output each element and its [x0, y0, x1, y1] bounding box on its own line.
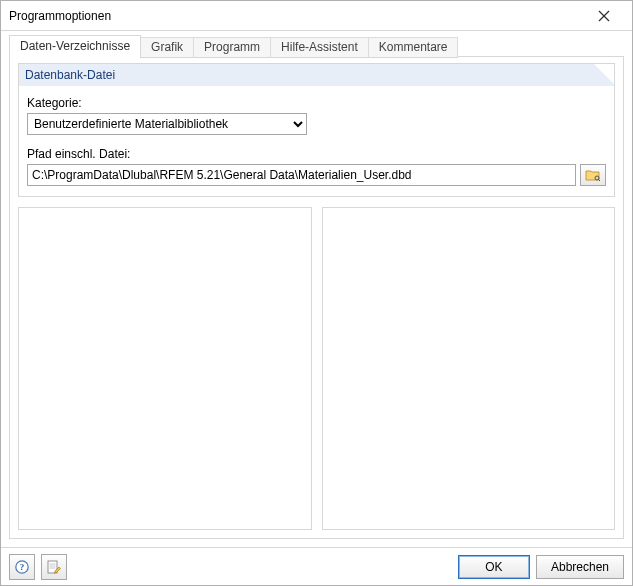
preview-panel-left: [18, 207, 312, 530]
preview-panel-right: [322, 207, 616, 530]
window-title: Programmoptionen: [9, 9, 584, 23]
tab-page-daten-verzeichnisse: Datenbank-Datei Kategorie: Benutzerdefin…: [9, 56, 624, 539]
dialog-footer: ? OK Abbrechen: [1, 547, 632, 585]
tab-strip: Daten-Verzeichnisse Grafik Programm Hilf…: [9, 35, 624, 57]
pfad-label: Pfad einschl. Datei:: [27, 147, 606, 161]
edit-note-icon: [46, 559, 62, 575]
groupbox-header: Datenbank-Datei: [18, 63, 615, 86]
folder-search-icon: [585, 168, 601, 182]
svg-line-3: [599, 180, 601, 182]
tab-grafik[interactable]: Grafik: [140, 37, 194, 58]
dialog-window: Programmoptionen Daten-Verzeichnisse Gra…: [0, 0, 633, 586]
tab-hilfe-assistent[interactable]: Hilfe-Assistent: [270, 37, 369, 58]
close-icon: [598, 10, 610, 22]
tab-kommentare[interactable]: Kommentare: [368, 37, 459, 58]
cancel-button[interactable]: Abbrechen: [536, 555, 624, 579]
kategorie-label: Kategorie:: [27, 96, 606, 110]
edit-button[interactable]: [41, 554, 67, 580]
browse-button[interactable]: [580, 164, 606, 186]
close-button[interactable]: [584, 1, 624, 31]
titlebar: Programmoptionen: [1, 1, 632, 31]
tab-programm[interactable]: Programm: [193, 37, 271, 58]
content-area: Daten-Verzeichnisse Grafik Programm Hilf…: [1, 31, 632, 547]
ok-button[interactable]: OK: [458, 555, 530, 579]
help-icon: ?: [14, 559, 30, 575]
svg-text:?: ?: [20, 562, 25, 572]
groupbox-body: Kategorie: Benutzerdefinierte Materialbi…: [18, 86, 615, 197]
kategorie-combobox[interactable]: Benutzerdefinierte Materialbibliothek: [27, 113, 307, 135]
pfad-row: [27, 164, 606, 186]
preview-panels: [18, 207, 615, 530]
help-button[interactable]: ?: [9, 554, 35, 580]
tab-daten-verzeichnisse[interactable]: Daten-Verzeichnisse: [9, 35, 141, 57]
pfad-input[interactable]: [27, 164, 576, 186]
